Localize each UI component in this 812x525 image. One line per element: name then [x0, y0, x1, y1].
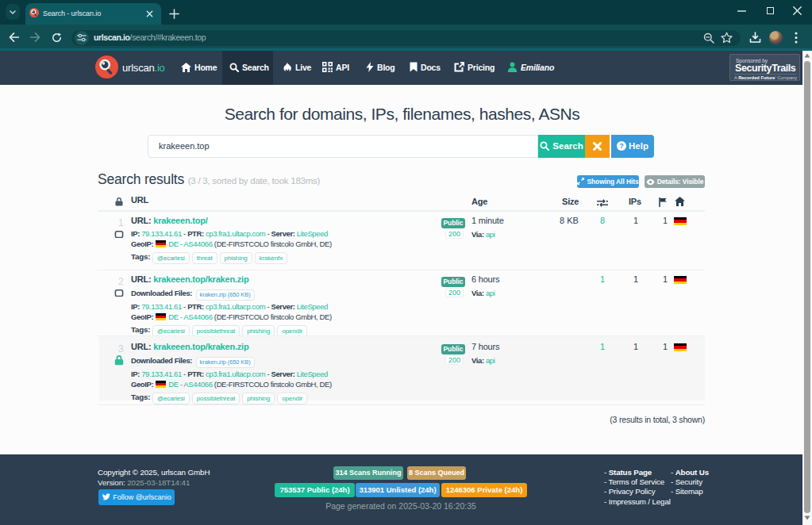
svg-text:?: ?	[619, 142, 624, 150]
